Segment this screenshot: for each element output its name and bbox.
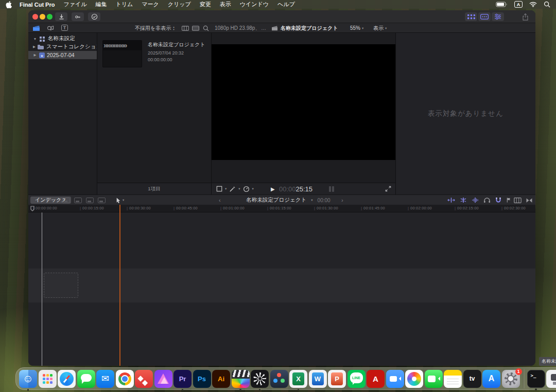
timeline-ruler[interactable]: | 00:00:00:00 | 00:00:15:00 | 00:00:30:0… — [28, 205, 535, 212]
menu-item[interactable]: ファイル — [63, 1, 86, 8]
sidebar-item[interactable]: ▶ 2025-07-04 — [28, 51, 97, 59]
dock-icon[interactable]: ✉ — [96, 370, 114, 388]
dock-icon[interactable]: A — [367, 370, 385, 388]
audio-skimming-icon[interactable] — [472, 197, 479, 203]
menu-item[interactable]: マーク — [142, 1, 159, 8]
window-titlebar[interactable] — [28, 10, 535, 23]
retime-menu-icon[interactable] — [243, 186, 250, 192]
share-button[interactable] — [519, 12, 531, 21]
marker-tools-icon[interactable] — [506, 197, 512, 203]
disclosure-triangle-icon[interactable]: ▼ — [33, 37, 37, 41]
skimming-icon[interactable] — [460, 197, 467, 203]
dock-icon[interactable]: tv — [463, 370, 481, 388]
filmstrip-view-button[interactable] — [182, 23, 189, 33]
playhead-pin-icon[interactable] — [30, 206, 34, 211]
chevron-down-icon[interactable]: ▾ — [225, 187, 227, 191]
dock-icon[interactable] — [232, 370, 250, 388]
titles-generators-sidebar-toggle[interactable]: T — [61, 25, 68, 31]
battery-icon[interactable] — [496, 2, 508, 7]
disclosure-triangle-icon[interactable]: ▶ — [33, 45, 36, 49]
minimize-window-button[interactable] — [40, 14, 45, 20]
clip-title[interactable]: 名称未設定プロジェクト — [148, 42, 205, 48]
dock-icon[interactable] — [270, 370, 288, 388]
overwrite-clip-icon[interactable] — [98, 198, 106, 203]
keyword-editor-button[interactable] — [72, 12, 84, 21]
effects-wand-icon[interactable] — [229, 186, 236, 192]
dock-icon[interactable] — [386, 370, 404, 388]
dock-icon[interactable]: P — [328, 370, 346, 388]
sidebar-item[interactable]: ▼ 名称未設定 — [28, 34, 97, 43]
wifi-icon[interactable] — [529, 2, 537, 7]
dock-icon[interactable] — [77, 370, 95, 388]
dock-icon[interactable]: LINE — [348, 370, 366, 388]
trim-feedback-icon[interactable] — [447, 197, 455, 203]
tool-selector[interactable]: ▾ — [116, 195, 124, 205]
browser-panel[interactable]: »»»»»»» 名称未設定プロジェクト 2025/07/04 20:32 00:… — [97, 33, 211, 194]
menu-item[interactable]: 表示 — [220, 1, 231, 8]
effects-browser-icon[interactable] — [514, 198, 522, 203]
menu-item[interactable]: 変更 — [200, 1, 211, 8]
next-project-button[interactable]: › — [341, 197, 343, 203]
background-tasks-button[interactable] — [88, 12, 100, 21]
menu-app-name[interactable]: Final Cut Pro — [20, 2, 55, 8]
snapping-icon[interactable] — [495, 197, 501, 203]
timeline-project-selector[interactable]: 名称未設定プロジェクト ▾ 00:00 — [214, 195, 363, 205]
library-sidebar-toggle[interactable] — [32, 23, 40, 33]
transitions-browser-icon[interactable] — [526, 198, 533, 203]
inspector-toggle-button[interactable] — [492, 12, 504, 21]
dock-icon[interactable]: Ai — [212, 370, 230, 388]
close-window-button[interactable] — [32, 14, 38, 20]
dock-icon[interactable] — [444, 370, 462, 388]
menu-item[interactable]: ウインドウ — [240, 1, 269, 8]
spotlight-search-icon[interactable] — [544, 1, 550, 8]
viewer-canvas[interactable] — [212, 44, 395, 160]
dock-icon[interactable] — [154, 370, 172, 388]
dock-icon[interactable]: W — [309, 370, 327, 388]
project-clip[interactable]: »»»»»»» 名称未設定プロジェクト 2025/07/04 20:32 00:… — [102, 40, 142, 67]
import-media-button[interactable] — [55, 12, 67, 21]
dock-icon[interactable]: ☺ — [19, 370, 37, 388]
connect-clip-icon[interactable] — [62, 198, 70, 203]
browser-toggle-button[interactable] — [465, 12, 477, 21]
fullscreen-button[interactable] — [385, 186, 391, 192]
play-button[interactable]: ▶ — [271, 183, 275, 194]
append-clip-icon[interactable] — [86, 198, 94, 203]
dock-icon[interactable] — [425, 370, 443, 388]
insert-clip-icon[interactable] — [74, 198, 82, 203]
menu-item[interactable]: 編集 — [95, 1, 107, 8]
dock-icon[interactable] — [546, 370, 556, 388]
dock-icon[interactable]: 1 — [502, 370, 520, 388]
menu-item[interactable]: ヘルプ — [277, 1, 295, 8]
list-view-button[interactable] — [192, 23, 199, 33]
dock-icon[interactable]: Pr — [173, 370, 192, 388]
dock-icon[interactable]: >_ — [527, 370, 545, 388]
timeline-toggle-button[interactable] — [478, 12, 491, 21]
dock-icon[interactable]: X — [289, 370, 307, 388]
viewer-zoom-menu[interactable]: 55% ▾ — [350, 23, 363, 33]
dock-icon[interactable] — [58, 370, 76, 388]
photos-audio-sidebar-toggle[interactable] — [47, 23, 55, 33]
viewer-format-info[interactable]: 1080p HD 23.98p、 — [215, 23, 260, 33]
menu-item[interactable]: トリム — [115, 1, 133, 8]
disclosure-triangle-icon[interactable]: ▶ — [33, 53, 37, 57]
dock-icon[interactable] — [405, 370, 423, 388]
playhead[interactable] — [42, 212, 42, 366]
zoom-window-button[interactable] — [47, 14, 53, 20]
dock-icon[interactable] — [39, 370, 57, 388]
solo-icon[interactable] — [483, 197, 491, 203]
dock-icon[interactable]: Ps — [193, 370, 211, 388]
chevron-down-icon[interactable]: ▾ — [238, 187, 240, 191]
dock-icon[interactable] — [116, 370, 134, 388]
sidebar-item[interactable]: ▶ スマートコレクション — [28, 43, 97, 51]
dock-icon[interactable] — [251, 370, 269, 388]
transform-menu-icon[interactable] — [216, 186, 222, 192]
viewer-view-menu[interactable]: 表示 ▾ — [373, 23, 387, 33]
timeline-body[interactable] — [28, 212, 535, 366]
clip-thumbnail[interactable]: »»»»»»» — [102, 40, 142, 67]
viewer-format-more[interactable]: … — [261, 23, 266, 33]
menu-item[interactable]: クリップ — [168, 1, 191, 8]
input-source-icon[interactable]: A — [514, 1, 523, 8]
dock-icon[interactable]: A — [482, 370, 500, 388]
apple-menu[interactable] — [6, 1, 12, 8]
clip-filter-menu[interactable]: 不採用を非表示 ▴ ▾ — [135, 23, 175, 33]
